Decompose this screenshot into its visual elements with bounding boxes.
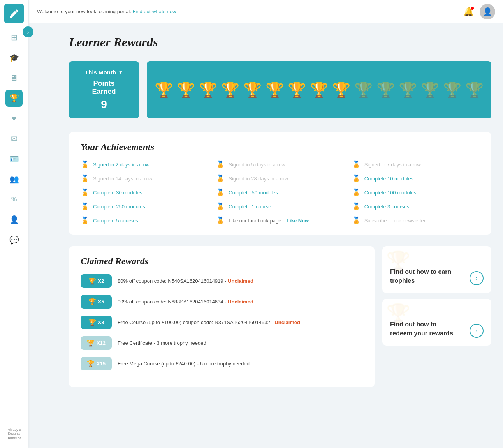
- claimed-rewards-section: Claimed Rewards 🏆 X2 80% off coupon code…: [69, 246, 375, 387]
- unclaimed-2[interactable]: Unclaimed: [228, 299, 253, 305]
- reward-badge-label-5: X15: [97, 361, 106, 367]
- ach-label-2[interactable]: Signed in 5 days in a row: [229, 162, 285, 168]
- ach-item-4: 🏅 Signed in 14 days in a row: [81, 174, 208, 183]
- ach-item-15: 🏅 Subscribe to our newsletter: [352, 216, 480, 225]
- info-card-1: 🏆 Find out how to earn trophies ›: [382, 246, 491, 293]
- info-card-2: 🏆 Find out how to redeem your rewards ›: [382, 299, 491, 346]
- ach-label-15[interactable]: Subscribe to our newsletter: [364, 218, 426, 224]
- ach-icon-6: 🏅: [352, 174, 361, 183]
- ach-label-11[interactable]: Complete 1 course: [229, 204, 271, 210]
- reward-badge-icon-1: 🏆: [88, 277, 96, 285]
- info-card-bg-trophy-1: 🏆: [386, 250, 410, 273]
- sidebar-logo: [4, 4, 24, 23]
- dashboard-icon[interactable]: ⊞: [5, 29, 23, 46]
- ach-item-12: 🏅 Complete 3 courses: [352, 202, 480, 211]
- page-title: Learner Rewards: [69, 35, 491, 49]
- ach-label-12[interactable]: Complete 3 courses: [364, 204, 410, 210]
- ach-label-6[interactable]: Complete 10 modules: [364, 176, 413, 182]
- reward-badge-icon-4: 🏆: [87, 339, 95, 347]
- info-card-btn-1[interactable]: ›: [470, 271, 484, 285]
- sidebar-toggle[interactable]: ›: [23, 26, 33, 37]
- ach-label-13[interactable]: Complete 5 courses: [93, 218, 138, 224]
- trophy-4: 🏆: [221, 83, 239, 97]
- like-now-link[interactable]: Like Now: [287, 218, 309, 224]
- points-label: PointsEarned: [92, 79, 116, 96]
- points-month[interactable]: This Month ▼: [85, 69, 123, 76]
- privacy-link[interactable]: Privacy &Security: [7, 428, 21, 436]
- achievements-title: Your Achievements: [81, 142, 480, 152]
- info-card-btn-2[interactable]: ›: [470, 324, 484, 338]
- info-cards: 🏆 Find out how to earn trophies › 🏆 Find…: [382, 246, 491, 387]
- group-icon[interactable]: 👥: [5, 171, 23, 188]
- user-icon[interactable]: 👤: [5, 211, 23, 228]
- trophy-12: 🏆: [399, 83, 417, 97]
- ach-label-5[interactable]: Signed in 28 days in a row: [229, 176, 288, 182]
- trophy-3: 🏆: [199, 83, 217, 97]
- notification-icon[interactable]: 🔔: [463, 7, 474, 17]
- info-card-bg-trophy-2: 🏆: [386, 303, 410, 325]
- percent-icon[interactable]: %: [5, 191, 23, 208]
- find-out-link[interactable]: Find out whats new: [132, 9, 176, 14]
- ach-label-14: Like our facebook page: [229, 218, 283, 224]
- achievements-grid: 🏅 Signed in 2 days in a row 🏅 Signed in …: [81, 160, 480, 225]
- ach-icon-7: 🏅: [81, 188, 89, 197]
- trophy-sidebar-icon[interactable]: 🏆: [5, 90, 23, 107]
- ach-icon-14: 🏅: [216, 216, 225, 225]
- trophy-7: 🏆: [288, 83, 306, 97]
- sidebar: › ⊞ 🎓 🖥 🏆 ♥ ✉ 🪪 👥 % 👤 💬 Privacy &Securit…: [0, 0, 28, 448]
- topbar-welcome: Welcome to your new look learning portal…: [37, 9, 176, 14]
- points-box: This Month ▼ PointsEarned 9: [69, 61, 139, 118]
- card-icon[interactable]: 🪪: [5, 150, 23, 168]
- reward-item-4: 🏆 X12 Free Certificate - 3 more trophy n…: [81, 336, 363, 350]
- points-value: 9: [101, 98, 107, 111]
- ach-item-11: 🏅 Complete 1 course: [216, 202, 344, 211]
- heart-icon[interactable]: ♥: [5, 110, 23, 127]
- trophy-6: 🏆: [266, 83, 284, 97]
- reward-text-3: Free Course (up to £100.00) coupon code:…: [118, 319, 300, 325]
- reward-badge-label-2: X5: [98, 299, 104, 305]
- ach-icon-5: 🏅: [216, 174, 225, 183]
- ach-icon-13: 🏅: [81, 216, 89, 225]
- monitor-icon[interactable]: 🖥: [5, 69, 23, 86]
- points-dropdown-arrow[interactable]: ▼: [118, 70, 123, 75]
- ach-icon-11: 🏅: [216, 202, 225, 211]
- ach-label-4[interactable]: Signed in 14 days in a row: [93, 176, 152, 182]
- points-row: This Month ▼ PointsEarned 9 🏆 🏆 🏆 🏆 🏆 🏆 …: [69, 61, 491, 118]
- reward-item-1: 🏆 X2 80% off coupon code: N540SA16204160…: [81, 274, 363, 288]
- ach-label-1[interactable]: Signed in 2 days in a row: [93, 162, 149, 168]
- chat-icon[interactable]: 💬: [5, 231, 23, 249]
- reward-item-2: 🏆 X5 90% off coupon code: N688SA16204160…: [81, 295, 363, 309]
- ach-label-10[interactable]: Complete 250 modules: [93, 204, 145, 210]
- ach-icon-2: 🏅: [216, 160, 225, 169]
- ach-icon-1: 🏅: [81, 160, 89, 169]
- hat-icon[interactable]: 🎓: [5, 49, 23, 66]
- reward-badge-5: 🏆 X15: [81, 357, 112, 370]
- avatar[interactable]: 👤: [480, 4, 495, 19]
- ach-item-8: 🏅 Complete 50 modules: [216, 188, 344, 197]
- reward-badge-1: 🏆 X2: [81, 274, 112, 288]
- notif-dot: [471, 7, 474, 10]
- reward-badge-icon-2: 🏆: [88, 298, 96, 305]
- ach-item-2: 🏅 Signed in 5 days in a row: [216, 160, 344, 169]
- reward-item-5: 🏆 X15 Free Mega Course (up to £240.00) -…: [81, 357, 363, 370]
- ach-label-9[interactable]: Complete 100 modules: [364, 190, 417, 196]
- mail-icon[interactable]: ✉: [5, 130, 23, 147]
- reward-text-2: 90% off coupon code: N688SA1620416014634…: [118, 299, 253, 305]
- ach-item-7: 🏅 Complete 30 modules: [81, 188, 208, 197]
- unclaimed-1[interactable]: Unclaimed: [228, 278, 253, 284]
- ach-label-3[interactable]: Signed in 7 days in a row: [364, 162, 421, 168]
- ach-icon-15: 🏅: [352, 216, 361, 225]
- trophy-11: 🏆: [376, 83, 395, 97]
- sidebar-footer: Privacy &Security Terms of: [7, 428, 21, 448]
- terms-link[interactable]: Terms of: [7, 436, 21, 440]
- trophy-2: 🏆: [177, 83, 195, 97]
- trophy-5: 🏆: [243, 83, 262, 97]
- ach-label-7[interactable]: Complete 30 modules: [93, 190, 142, 196]
- ach-label-8[interactable]: Complete 50 modules: [229, 190, 278, 196]
- trophy-9: 🏆: [332, 83, 350, 97]
- reward-badge-label-4: X12: [97, 340, 106, 346]
- reward-text-1: 80% off coupon code: N540SA1620416014919…: [118, 278, 253, 284]
- ach-icon-4: 🏅: [81, 174, 89, 183]
- unclaimed-3[interactable]: Unclaimed: [274, 319, 300, 325]
- reward-text-4: Free Certificate - 3 more trophy needed: [118, 340, 206, 346]
